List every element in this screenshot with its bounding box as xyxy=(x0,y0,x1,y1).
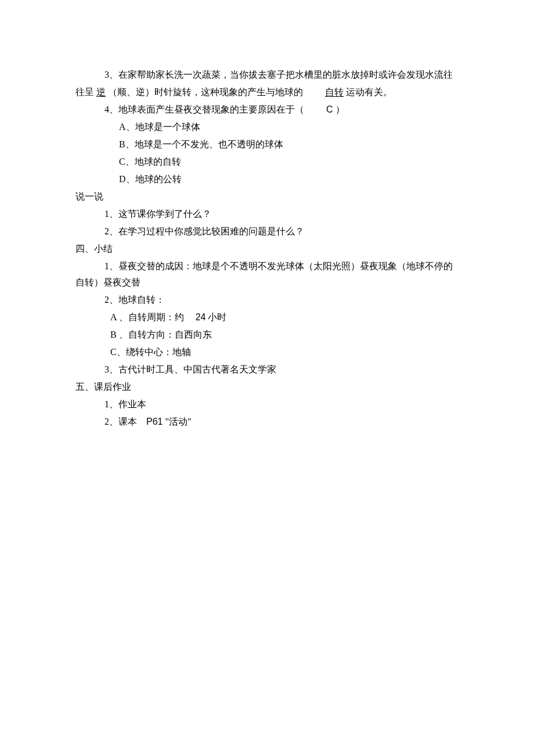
sec4-item-1-line1: 1、昼夜交替的成因：地球是个不透明不发光球体（太阳光照）昼夜现象（地球不停的 xyxy=(75,258,459,274)
q3-text-2a: 往呈 xyxy=(75,87,94,97)
q3-line1: 3、在家帮助家长洗一次蔬菜，当你拔去塞子把水槽里的脏水放掉时或许会发现水流往 xyxy=(75,67,459,83)
talk-item-2: 2、在学习过程中你感觉比较困难的问题是什么？ xyxy=(75,223,459,240)
sec4-sub-a-num: 24 xyxy=(196,312,206,322)
q4-stem-a: 4、地球表面产生昼夜交替现象的主要原因在于（ xyxy=(104,104,304,114)
q3-answer-2: 自转 xyxy=(325,87,344,97)
section-5-heading: 五、课后作业 xyxy=(75,379,459,395)
q4-option-c: C、地球的自转 xyxy=(75,154,459,170)
sec4-sub-a-text-2: 小时 xyxy=(208,312,226,322)
q3-line2: 往呈 逆 （顺、逆）时针旋转，这种现象的产生与地球的 自转 运动有关。 xyxy=(75,84,459,100)
sec4-sub-b: B 、自转方向：自西向东 xyxy=(75,327,459,343)
q4-stem: 4、地球表面产生昼夜交替现象的主要原因在于（ C ） xyxy=(75,102,459,118)
q3-answer-1: 逆 xyxy=(96,87,106,97)
talk-heading: 说一说 xyxy=(75,189,459,205)
sec4-sub-a: A 、自转周期：约 24 小时 xyxy=(75,309,459,325)
sec5-item-2-a: 2、课本 xyxy=(104,417,137,426)
q4-stem-b: ） xyxy=(335,104,345,114)
section-4-heading: 四、小结 xyxy=(75,241,459,257)
sec5-item-1: 1、作业本 xyxy=(75,396,459,413)
talk-item-1: 1、这节课你学到了什么？ xyxy=(75,206,459,222)
sec4-item-1-line2: 自转）昼夜交替 xyxy=(75,274,459,291)
sec4-sub-a-text-1: A 、自转周期：约 xyxy=(110,312,184,322)
sec5-item-2: 2、课本 P61 "活动" xyxy=(75,414,459,430)
q4-option-b: B、地球是一个不发光、也不透明的球体 xyxy=(75,136,459,153)
sec4-item-3: 3、古代计时工具、中国古代著名天文学家 xyxy=(75,361,459,378)
sec5-item-2-b: "活动" xyxy=(165,417,191,426)
q3-text-2b: （顺、逆）时针旋转，这种现象的产生与地球的 xyxy=(108,87,303,97)
sec4-item-1: 1、昼夜交替的成因：地球是个不透明不发光球体（太阳光照）昼夜现象（地球不停的自转… xyxy=(75,258,459,291)
q3-text-1: 3、在家帮助家长洗一次蔬菜，当你拔去塞子把水槽里的脏水放掉时或许会发现水流往 xyxy=(104,70,453,79)
q3-text-2c: 运动有关。 xyxy=(346,87,392,97)
sec4-item-2: 2、地球自转： xyxy=(75,292,459,308)
q4-option-d: D、地球的公转 xyxy=(75,171,459,187)
sec4-sub-c: C、绕转中心：地轴 xyxy=(75,344,459,360)
sec5-item-2-page: P61 xyxy=(146,417,163,426)
q4-option-a: A、地球是一个球体 xyxy=(75,119,459,135)
q4-answer: C xyxy=(326,104,333,114)
